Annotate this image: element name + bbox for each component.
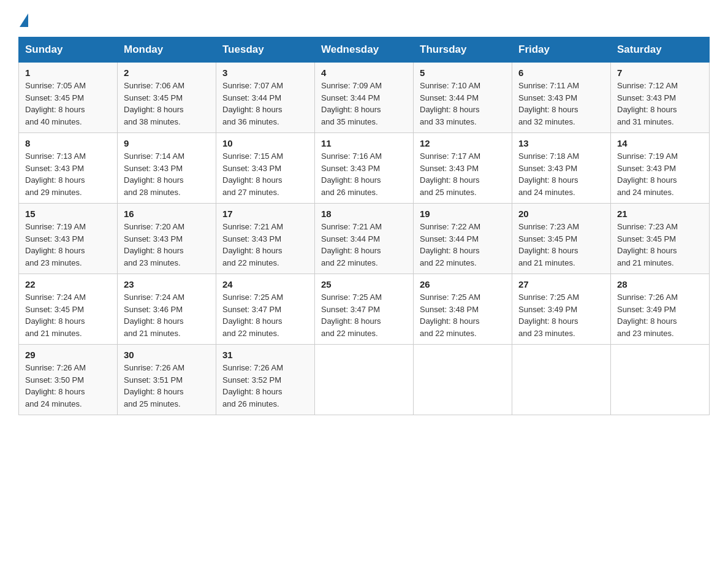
col-header-sunday: Sunday bbox=[19, 37, 118, 63]
day-info: Sunrise: 7:26 AMSunset: 3:50 PMDaylight:… bbox=[25, 362, 111, 410]
day-cell: 18Sunrise: 7:21 AMSunset: 3:44 PMDayligh… bbox=[315, 204, 414, 274]
day-number: 1 bbox=[25, 67, 111, 78]
day-cell: 27Sunrise: 7:25 AMSunset: 3:49 PMDayligh… bbox=[512, 274, 611, 345]
day-number: 6 bbox=[518, 67, 604, 78]
day-cell: 9Sunrise: 7:14 AMSunset: 3:43 PMDaylight… bbox=[118, 133, 216, 204]
day-cell: 8Sunrise: 7:13 AMSunset: 3:43 PMDaylight… bbox=[19, 133, 118, 204]
day-info: Sunrise: 7:19 AMSunset: 3:43 PMDaylight:… bbox=[617, 150, 703, 198]
day-info: Sunrise: 7:10 AMSunset: 3:44 PMDaylight:… bbox=[420, 80, 506, 128]
day-info: Sunrise: 7:11 AMSunset: 3:43 PMDaylight:… bbox=[518, 80, 604, 128]
day-number: 20 bbox=[518, 209, 604, 219]
day-number: 17 bbox=[222, 209, 308, 219]
day-info: Sunrise: 7:24 AMSunset: 3:46 PMDaylight:… bbox=[124, 291, 210, 339]
day-cell: 15Sunrise: 7:19 AMSunset: 3:43 PMDayligh… bbox=[19, 204, 118, 274]
day-cell: 4Sunrise: 7:09 AMSunset: 3:44 PMDaylight… bbox=[315, 63, 414, 133]
day-info: Sunrise: 7:07 AMSunset: 3:44 PMDaylight:… bbox=[222, 80, 308, 128]
day-cell: 21Sunrise: 7:23 AMSunset: 3:45 PMDayligh… bbox=[611, 204, 710, 274]
day-info: Sunrise: 7:25 AMSunset: 3:47 PMDaylight:… bbox=[321, 291, 407, 339]
day-cell bbox=[512, 345, 611, 415]
day-number: 7 bbox=[617, 67, 703, 78]
day-number: 30 bbox=[124, 350, 210, 360]
day-cell: 11Sunrise: 7:16 AMSunset: 3:43 PMDayligh… bbox=[315, 133, 414, 204]
day-number: 28 bbox=[617, 279, 703, 289]
day-cell: 31Sunrise: 7:26 AMSunset: 3:52 PMDayligh… bbox=[216, 345, 315, 415]
day-cell: 29Sunrise: 7:26 AMSunset: 3:50 PMDayligh… bbox=[19, 345, 118, 415]
day-number: 22 bbox=[25, 279, 111, 289]
logo-triangle-icon bbox=[20, 13, 28, 27]
day-cell: 23Sunrise: 7:24 AMSunset: 3:46 PMDayligh… bbox=[118, 274, 216, 345]
day-cell: 16Sunrise: 7:20 AMSunset: 3:43 PMDayligh… bbox=[118, 204, 216, 274]
col-header-monday: Monday bbox=[118, 37, 216, 63]
day-info: Sunrise: 7:06 AMSunset: 3:45 PMDaylight:… bbox=[124, 80, 210, 128]
day-number: 21 bbox=[617, 209, 703, 219]
day-info: Sunrise: 7:22 AMSunset: 3:44 PMDaylight:… bbox=[420, 221, 506, 269]
day-number: 25 bbox=[321, 279, 407, 289]
day-cell: 12Sunrise: 7:17 AMSunset: 3:43 PMDayligh… bbox=[414, 133, 512, 204]
day-cell: 10Sunrise: 7:15 AMSunset: 3:43 PMDayligh… bbox=[216, 133, 315, 204]
day-number: 12 bbox=[420, 138, 506, 148]
day-info: Sunrise: 7:16 AMSunset: 3:43 PMDaylight:… bbox=[321, 150, 407, 198]
day-info: Sunrise: 7:26 AMSunset: 3:52 PMDaylight:… bbox=[222, 362, 308, 410]
day-cell: 24Sunrise: 7:25 AMSunset: 3:47 PMDayligh… bbox=[216, 274, 315, 345]
day-number: 4 bbox=[321, 67, 407, 78]
week-row-5: 29Sunrise: 7:26 AMSunset: 3:50 PMDayligh… bbox=[19, 345, 710, 415]
day-cell: 20Sunrise: 7:23 AMSunset: 3:45 PMDayligh… bbox=[512, 204, 611, 274]
day-cell: 22Sunrise: 7:24 AMSunset: 3:45 PMDayligh… bbox=[19, 274, 118, 345]
day-number: 29 bbox=[25, 350, 111, 360]
day-info: Sunrise: 7:25 AMSunset: 3:47 PMDaylight:… bbox=[222, 291, 308, 339]
day-number: 16 bbox=[124, 209, 210, 219]
day-cell: 17Sunrise: 7:21 AMSunset: 3:43 PMDayligh… bbox=[216, 204, 315, 274]
day-info: Sunrise: 7:21 AMSunset: 3:43 PMDaylight:… bbox=[222, 221, 308, 269]
week-row-4: 22Sunrise: 7:24 AMSunset: 3:45 PMDayligh… bbox=[19, 274, 710, 345]
day-number: 31 bbox=[222, 350, 308, 360]
day-info: Sunrise: 7:26 AMSunset: 3:51 PMDaylight:… bbox=[124, 362, 210, 410]
day-info: Sunrise: 7:14 AMSunset: 3:43 PMDaylight:… bbox=[124, 150, 210, 198]
day-cell: 26Sunrise: 7:25 AMSunset: 3:48 PMDayligh… bbox=[414, 274, 512, 345]
day-cell: 30Sunrise: 7:26 AMSunset: 3:51 PMDayligh… bbox=[118, 345, 216, 415]
day-number: 26 bbox=[420, 279, 506, 289]
day-info: Sunrise: 7:19 AMSunset: 3:43 PMDaylight:… bbox=[25, 221, 111, 269]
day-number: 5 bbox=[420, 67, 506, 78]
col-header-friday: Friday bbox=[512, 37, 611, 63]
week-row-1: 1Sunrise: 7:05 AMSunset: 3:45 PMDaylight… bbox=[19, 63, 710, 133]
day-info: Sunrise: 7:24 AMSunset: 3:45 PMDaylight:… bbox=[25, 291, 111, 339]
day-cell: 19Sunrise: 7:22 AMSunset: 3:44 PMDayligh… bbox=[414, 204, 512, 274]
day-cell: 25Sunrise: 7:25 AMSunset: 3:47 PMDayligh… bbox=[315, 274, 414, 345]
day-number: 14 bbox=[617, 138, 703, 148]
week-row-2: 8Sunrise: 7:13 AMSunset: 3:43 PMDaylight… bbox=[19, 133, 710, 204]
day-cell: 14Sunrise: 7:19 AMSunset: 3:43 PMDayligh… bbox=[611, 133, 710, 204]
page-header bbox=[18, 12, 710, 26]
calendar-header-row: SundayMondayTuesdayWednesdayThursdayFrid… bbox=[19, 37, 710, 63]
day-info: Sunrise: 7:15 AMSunset: 3:43 PMDaylight:… bbox=[222, 150, 308, 198]
day-info: Sunrise: 7:13 AMSunset: 3:43 PMDaylight:… bbox=[25, 150, 111, 198]
day-info: Sunrise: 7:21 AMSunset: 3:44 PMDaylight:… bbox=[321, 221, 407, 269]
day-info: Sunrise: 7:25 AMSunset: 3:49 PMDaylight:… bbox=[518, 291, 604, 339]
day-info: Sunrise: 7:26 AMSunset: 3:49 PMDaylight:… bbox=[617, 291, 703, 339]
day-info: Sunrise: 7:12 AMSunset: 3:43 PMDaylight:… bbox=[617, 80, 703, 128]
day-cell bbox=[611, 345, 710, 415]
day-cell: 6Sunrise: 7:11 AMSunset: 3:43 PMDaylight… bbox=[512, 63, 611, 133]
day-number: 15 bbox=[25, 209, 111, 219]
day-number: 2 bbox=[124, 67, 210, 78]
day-cell: 5Sunrise: 7:10 AMSunset: 3:44 PMDaylight… bbox=[414, 63, 512, 133]
day-info: Sunrise: 7:18 AMSunset: 3:43 PMDaylight:… bbox=[518, 150, 604, 198]
day-cell: 2Sunrise: 7:06 AMSunset: 3:45 PMDaylight… bbox=[118, 63, 216, 133]
day-info: Sunrise: 7:23 AMSunset: 3:45 PMDaylight:… bbox=[518, 221, 604, 269]
col-header-tuesday: Tuesday bbox=[216, 37, 315, 63]
day-number: 18 bbox=[321, 209, 407, 219]
day-number: 13 bbox=[518, 138, 604, 148]
day-number: 9 bbox=[124, 138, 210, 148]
day-number: 10 bbox=[222, 138, 308, 148]
day-number: 19 bbox=[420, 209, 506, 219]
day-info: Sunrise: 7:17 AMSunset: 3:43 PMDaylight:… bbox=[420, 150, 506, 198]
day-cell: 28Sunrise: 7:26 AMSunset: 3:49 PMDayligh… bbox=[611, 274, 710, 345]
day-number: 23 bbox=[124, 279, 210, 289]
day-cell: 7Sunrise: 7:12 AMSunset: 3:43 PMDaylight… bbox=[611, 63, 710, 133]
day-cell bbox=[315, 345, 414, 415]
day-info: Sunrise: 7:23 AMSunset: 3:45 PMDaylight:… bbox=[617, 221, 703, 269]
day-cell: 1Sunrise: 7:05 AMSunset: 3:45 PMDaylight… bbox=[19, 63, 118, 133]
day-info: Sunrise: 7:09 AMSunset: 3:44 PMDaylight:… bbox=[321, 80, 407, 128]
day-info: Sunrise: 7:05 AMSunset: 3:45 PMDaylight:… bbox=[25, 80, 111, 128]
calendar-table: SundayMondayTuesdayWednesdayThursdayFrid… bbox=[18, 37, 710, 415]
day-number: 11 bbox=[321, 138, 407, 148]
